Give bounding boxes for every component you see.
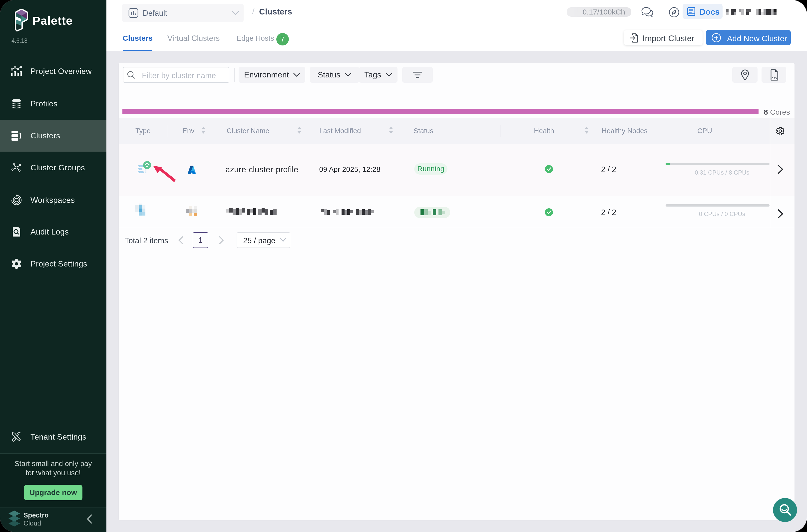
svg-text:csv: csv (771, 76, 777, 80)
